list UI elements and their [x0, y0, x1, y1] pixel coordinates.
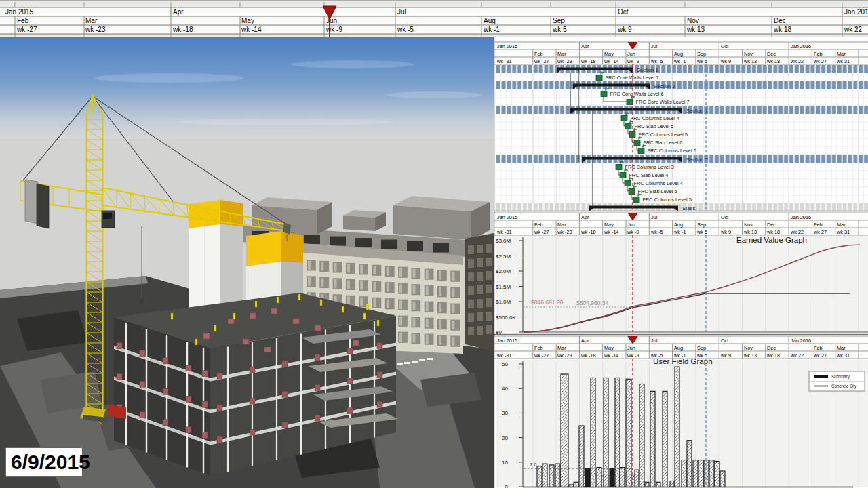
top-timeline-scrubber[interactable]: Jan 2015AprJulOctJan 201FebMarMayJunAugS… — [0, 0, 868, 37]
timeline-week-label: wk -1 — [483, 26, 500, 33]
formwork-block — [202, 432, 208, 439]
formwork-block — [203, 333, 210, 339]
timeline-week-label: wk -18 — [580, 58, 596, 64]
timeline-month-label: Feb — [814, 51, 823, 57]
uf-bar — [645, 482, 649, 487]
timeline-month-label: Mar — [557, 222, 566, 228]
timeline-month-label: Jun — [627, 51, 635, 57]
summary-label: Stairs — [682, 205, 696, 211]
timeline-week-label: wk 31 — [836, 229, 850, 235]
formwork-block — [250, 367, 255, 373]
timeline-month-label: Aug — [674, 345, 683, 351]
cloud — [387, 92, 481, 98]
formwork-block — [202, 401, 208, 407]
cloud — [95, 73, 244, 83]
timeline-month-label: Feb — [534, 345, 543, 351]
timeline-week-label: wk 27 — [813, 58, 827, 64]
timeline-week-label: wk -23 — [557, 352, 572, 359]
timeline-month-label: Aug — [484, 17, 496, 24]
crosswalk-mark — [397, 363, 403, 365]
uf-bar — [650, 391, 655, 487]
formwork-block — [250, 398, 255, 404]
task-label: FRC Slab Level 5 — [635, 123, 674, 129]
uf-bar — [591, 378, 595, 487]
safety-post — [298, 294, 300, 300]
timeline-week-label: wk -5 — [397, 26, 414, 33]
gantt-row: Section 1 — [496, 106, 868, 114]
formwork-block — [202, 371, 208, 377]
timeline-week-label: wk 5 — [696, 229, 707, 235]
summary-label: Section 1 — [686, 108, 708, 114]
task-label: FRC Columns Level 4 — [634, 180, 683, 186]
counterweight — [25, 180, 38, 224]
timeline-month-label: Aug — [674, 51, 683, 57]
timeline-quarter-label: Apr — [581, 214, 589, 220]
summary-bar — [589, 206, 678, 209]
formwork-block — [377, 401, 382, 407]
timeline-week-label: wk 13 — [686, 26, 705, 33]
timeline-week-label: wk -14 — [604, 58, 619, 64]
crosswalk-mark — [427, 358, 433, 360]
uf-bar — [670, 481, 674, 487]
timeline-month-label: Nov — [744, 51, 753, 57]
timeline-month-label: May — [604, 51, 614, 57]
timeline-month-label: May — [604, 222, 614, 228]
safety-post — [342, 306, 344, 312]
timeline-week-label: wk -18 — [580, 229, 596, 235]
ev-title: Earned Value Graph — [736, 236, 807, 244]
summary-label: Section 1 — [637, 67, 658, 73]
viewport-3d[interactable]: 6/9/2015 — [0, 37, 494, 488]
timeline-month-label: Sep — [553, 17, 565, 24]
timeline-month-label: Dec — [767, 345, 776, 351]
task-label: FRC Core Walls Level 6 — [610, 91, 664, 97]
timeline-quarter-label: Jul — [651, 338, 658, 344]
timeline-week-label: wk 9 — [720, 58, 731, 64]
safety-post — [214, 325, 216, 331]
task-marker — [625, 124, 631, 129]
timeline-quarter-label: Jan 201 — [844, 8, 868, 16]
uf-bar — [639, 384, 644, 487]
timeline-week-label: wk 31 — [836, 58, 850, 64]
timeline-week-label: wk 18 — [766, 352, 780, 359]
timeline-quarter-label: Jan 2016 — [791, 338, 811, 344]
timeline-week-label: wk 5 — [552, 26, 567, 33]
formwork-block — [377, 342, 382, 348]
timeline-quarter-label: Jul — [651, 214, 658, 220]
current-date-label: 6/9/2015 — [5, 447, 83, 477]
timeline-week-label: wk -14 — [241, 26, 262, 33]
earned-value-panel[interactable]: Jan 2015AprJulOctJan 2016FebMarMayJunAug… — [494, 213, 868, 336]
uf-bar — [626, 379, 631, 487]
timeline-week-label: wk 9 — [720, 352, 731, 359]
timeline-week-label: wk -5 — [650, 229, 663, 235]
task-label: FRC Columns Level 6 — [648, 148, 696, 154]
task-marker — [633, 197, 639, 203]
timeline-week-label: wk 9 — [720, 229, 731, 235]
timeline-month-label: Sep — [697, 222, 706, 228]
timeline-week-label: wk -14 — [604, 229, 619, 235]
uf-bar — [698, 460, 703, 487]
ev-axis-label: $1.0M — [496, 299, 511, 305]
crosswalk-mark — [412, 361, 418, 363]
cloud — [176, 119, 393, 125]
timeline-week-label: wk -31 — [496, 352, 512, 359]
gantt-row: Section 2 — [496, 81, 868, 89]
timeline-month-label: Feb — [814, 345, 823, 351]
dark-building — [465, 233, 494, 351]
timeline-quarter-label: Oct — [721, 43, 728, 49]
task-marker — [629, 189, 635, 195]
formwork-block — [347, 408, 353, 414]
timeline-week-label: wk 18 — [766, 229, 780, 235]
timeline-month-label: Aug — [674, 222, 683, 228]
timeline-quarter-label: Jan 2016 — [791, 43, 811, 49]
ev-annotation-planned: $804,960.34 — [576, 300, 609, 306]
crosswalk-mark — [419, 359, 425, 361]
task-marker — [596, 75, 602, 81]
analysis-panels[interactable]: Jan 2015AprJulOctJan 2016FebMarMayJunAug… — [494, 37, 868, 488]
timeline-week-label: wk -27 — [16, 26, 37, 33]
timeline-month-label: May — [604, 345, 614, 351]
uf-bar — [675, 367, 679, 487]
formwork-block — [163, 388, 168, 394]
timeline-week-label: wk 22 — [844, 26, 863, 33]
uf-axis-label: 20 — [502, 435, 508, 441]
timeline-month-label: Feb — [534, 222, 543, 228]
